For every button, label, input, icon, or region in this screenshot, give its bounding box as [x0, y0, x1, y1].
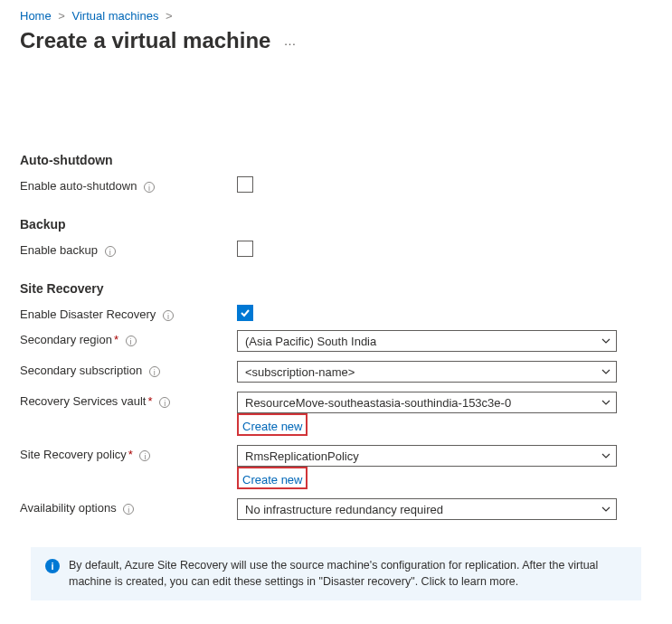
enable-backup-label: Enable backup: [20, 243, 98, 257]
enable-auto-shutdown-label: Enable auto-shutdown: [20, 179, 137, 193]
info-icon[interactable]: i: [144, 182, 155, 193]
recovery-services-vault-value: ResourceMove-southeastasia-southindia-15…: [245, 396, 511, 410]
secondary-region-value: (Asia Pacific) South India: [245, 335, 376, 348]
secondary-region-select[interactable]: (Asia Pacific) South India: [237, 330, 617, 352]
chevron-right-icon: >: [58, 9, 65, 23]
info-icon: i: [45, 559, 60, 573]
info-banner[interactable]: i By default, Azure Site Recovery will u…: [31, 547, 641, 600]
breadcrumb-virtual-machines[interactable]: Virtual machines: [72, 9, 159, 23]
enable-disaster-recovery-checkbox[interactable]: [237, 305, 253, 321]
availability-options-value: No infrastructure redundancy required: [245, 503, 443, 516]
site-recovery-policy-value: RmsReplicationPolicy: [245, 449, 359, 463]
chevron-down-icon: [601, 365, 610, 379]
breadcrumb: Home > Virtual machines >: [20, 7, 652, 26]
info-icon[interactable]: i: [105, 246, 116, 257]
highlight-annotation: Create new: [237, 413, 308, 436]
info-icon[interactable]: i: [163, 310, 174, 321]
secondary-subscription-value: <subscription-name>: [245, 365, 355, 379]
create-new-vault-link[interactable]: Create new: [239, 419, 306, 434]
secondary-subscription-select[interactable]: <subscription-name>: [237, 361, 617, 383]
page-title: Create a virtual machine: [20, 28, 270, 53]
required-indicator: *: [128, 448, 133, 461]
enable-backup-checkbox[interactable]: [237, 241, 253, 257]
required-indicator: *: [114, 333, 118, 346]
site-recovery-policy-label: Site Recovery policy: [20, 448, 127, 461]
create-new-policy-link[interactable]: Create new: [239, 472, 306, 487]
breadcrumb-home[interactable]: Home: [20, 9, 52, 23]
info-icon[interactable]: i: [149, 366, 160, 377]
info-icon[interactable]: i: [123, 504, 134, 515]
chevron-down-icon: [601, 449, 610, 463]
highlight-annotation: Create new: [237, 467, 308, 489]
chevron-down-icon: [601, 503, 610, 516]
section-heading-site-recovery: Site Recovery: [20, 281, 652, 296]
secondary-subscription-label: Secondary subscription: [20, 364, 142, 377]
chevron-down-icon: [601, 335, 610, 348]
section-heading-backup: Backup: [20, 217, 652, 232]
recovery-services-vault-select[interactable]: ResourceMove-southeastasia-southindia-15…: [237, 392, 617, 413]
enable-disaster-recovery-label: Enable Disaster Recovery: [20, 307, 156, 321]
checkmark-icon: [240, 307, 251, 318]
availability-options-label: Availability options: [20, 501, 117, 515]
chevron-right-icon: >: [166, 9, 173, 23]
section-heading-auto-shutdown: Auto-shutdown: [20, 153, 652, 167]
chevron-down-icon: [601, 396, 610, 410]
secondary-region-label: Secondary region: [20, 333, 112, 346]
info-icon[interactable]: i: [159, 397, 170, 408]
info-icon[interactable]: i: [126, 336, 137, 346]
availability-options-select[interactable]: No infrastructure redundancy required: [237, 498, 617, 520]
info-icon[interactable]: i: [139, 450, 150, 461]
site-recovery-policy-select[interactable]: RmsReplicationPolicy: [237, 445, 617, 467]
required-indicator: *: [147, 394, 152, 408]
recovery-services-vault-label: Recovery Services vault: [20, 394, 146, 408]
info-banner-text: By default, Azure Site Recovery will use…: [69, 558, 627, 590]
enable-auto-shutdown-checkbox[interactable]: [237, 176, 253, 193]
more-actions-button[interactable]: …: [283, 33, 297, 48]
